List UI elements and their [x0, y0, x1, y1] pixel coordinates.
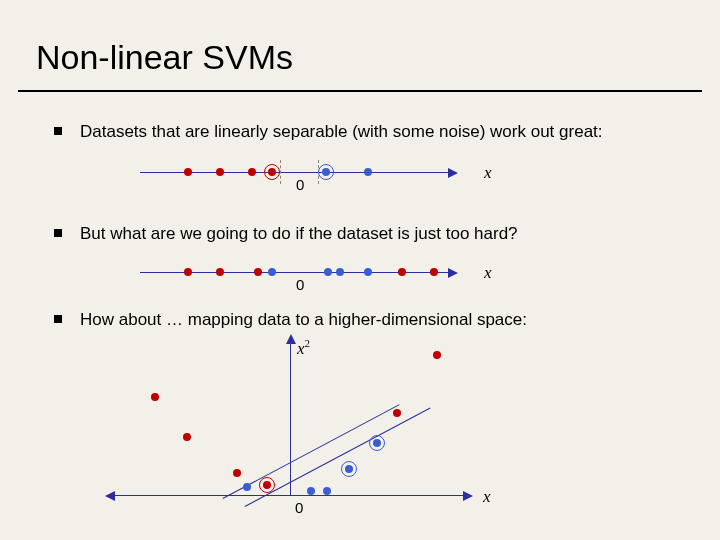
data-point	[433, 351, 441, 359]
tick-zero: 0	[296, 276, 304, 293]
axis-label-x: x	[484, 163, 492, 183]
data-point	[183, 433, 191, 441]
arrow-up-icon	[286, 334, 296, 344]
data-point	[364, 168, 372, 176]
data-point	[324, 268, 332, 276]
arrow-left-icon	[105, 491, 115, 501]
arrow-right-icon	[463, 491, 473, 501]
arrow-right-icon	[448, 168, 458, 178]
data-point	[393, 409, 401, 417]
bullet-1-text: Datasets that are linearly separable (wi…	[80, 122, 603, 142]
bullet-square-icon	[54, 229, 62, 237]
figure-nonseparable-1d: 0 x	[140, 258, 500, 298]
data-point	[184, 168, 192, 176]
data-point	[216, 268, 224, 276]
x-axis	[115, 495, 465, 496]
data-point	[151, 393, 159, 401]
data-point	[430, 268, 438, 276]
axis-label-x2-sup: 2	[305, 337, 311, 349]
bullet-square-icon	[54, 127, 62, 135]
data-point	[243, 483, 251, 491]
bullet-3: How about … mapping data to a higher-dim…	[54, 310, 674, 330]
bullet-2: But what are we going to do if the datas…	[54, 224, 674, 244]
data-point	[184, 268, 192, 276]
bullet-3-text: How about … mapping data to a higher-dim…	[80, 310, 527, 330]
figure-separable-1d: 0 x	[140, 158, 500, 198]
support-vector-ring	[369, 435, 385, 451]
support-vector-ring	[259, 477, 275, 493]
tick-zero: 0	[295, 499, 303, 516]
tick-zero: 0	[296, 176, 304, 193]
bullet-1: Datasets that are linearly separable (wi…	[54, 122, 674, 142]
axis-label-x: x	[483, 487, 491, 507]
data-point	[336, 268, 344, 276]
data-point	[323, 487, 331, 495]
axis-label-x: x	[484, 263, 492, 283]
bullet-2-text: But what are we going to do if the datas…	[80, 224, 518, 244]
margin-line	[280, 160, 281, 184]
slide: Non-linear SVMs Datasets that are linear…	[0, 0, 720, 540]
figure-2d-map: 0 x x2	[115, 335, 515, 520]
data-point	[364, 268, 372, 276]
data-point	[248, 168, 256, 176]
data-point	[268, 268, 276, 276]
support-vector-ring	[341, 461, 357, 477]
axis-label-x2: x2	[297, 337, 310, 359]
axis-label-x2-base: x	[297, 339, 305, 358]
data-point	[398, 268, 406, 276]
support-vector-ring	[318, 164, 334, 180]
data-point	[216, 168, 224, 176]
bullet-square-icon	[54, 315, 62, 323]
data-point	[233, 469, 241, 477]
arrow-right-icon	[448, 268, 458, 278]
separator-line	[245, 408, 431, 507]
y-axis	[290, 343, 291, 495]
slide-title: Non-linear SVMs	[36, 38, 293, 77]
title-divider	[18, 90, 702, 92]
data-point	[307, 487, 315, 495]
support-vector-ring	[264, 164, 280, 180]
data-point	[254, 268, 262, 276]
